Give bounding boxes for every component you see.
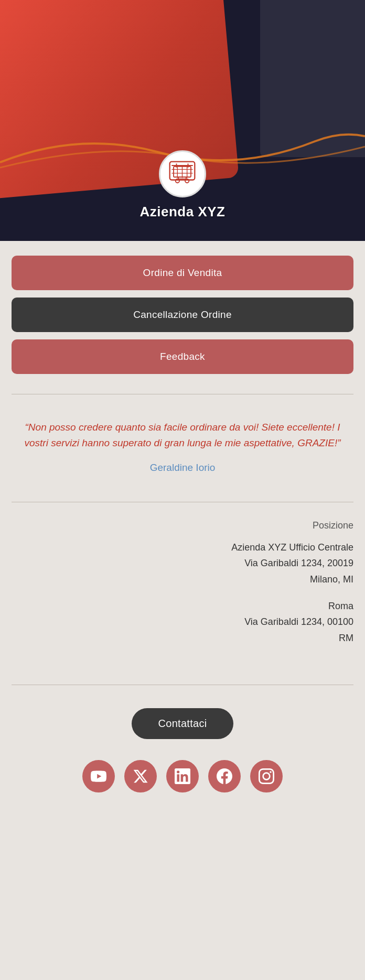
location-2-name: Roma xyxy=(12,598,353,614)
main-content: Ordine di Vendita Cancellazione Ordine F… xyxy=(0,241,365,834)
x-twitter-icon xyxy=(133,768,148,784)
divider-3 xyxy=(12,685,353,685)
youtube-icon xyxy=(91,768,106,784)
location-2-address2: RM xyxy=(12,630,353,646)
testimonial-section: “Non posso credere quanto sia facile ord… xyxy=(12,404,353,489)
feedback-button[interactable]: Feedback xyxy=(12,339,353,374)
location-2: Roma Via Garibaldi 1234, 00100 RM xyxy=(12,598,353,646)
contattaci-button[interactable]: Contattaci xyxy=(132,708,233,739)
contact-section: Contattaci xyxy=(12,698,353,755)
linkedin-icon xyxy=(175,768,190,784)
location-1-address1: Via Garibaldi 1234, 20019 xyxy=(12,555,353,571)
location-1-name: Azienda XYZ Ufficio Centrale xyxy=(12,539,353,556)
cancellazione-ordine-button[interactable]: Cancellazione Ordine xyxy=(12,298,353,332)
ordine-vendita-button[interactable]: Ordine di Vendita xyxy=(12,256,353,290)
location-1-address2: Milano, MI xyxy=(12,571,353,588)
facebook-icon xyxy=(217,768,232,784)
buttons-section: Ordine di Vendita Cancellazione Ordine F… xyxy=(12,241,353,384)
youtube-button[interactable] xyxy=(82,760,115,792)
location-2-address1: Via Garibaldi 1234, 00100 xyxy=(12,614,353,630)
linkedin-button[interactable] xyxy=(166,760,199,792)
instagram-icon xyxy=(259,768,274,784)
hero-title: Azienda XYZ xyxy=(140,204,226,220)
logo-circle xyxy=(159,150,206,197)
testimonial-quote: “Non posso credere quanto sia facile ord… xyxy=(17,420,348,452)
facebook-button[interactable] xyxy=(208,760,241,792)
locations-title: Posizione xyxy=(12,520,353,531)
hero-logo-container: Azienda XYZ xyxy=(140,150,226,220)
divider-1 xyxy=(12,394,353,394)
twitter-button[interactable] xyxy=(124,760,157,792)
social-section xyxy=(12,755,353,813)
divider-2 xyxy=(12,502,353,502)
location-1: Azienda XYZ Ufficio Centrale Via Garibal… xyxy=(12,539,353,588)
testimonial-author: Geraldine Iorio xyxy=(17,462,348,474)
hero-section: Azienda XYZ xyxy=(0,0,365,241)
locations-section: Posizione Azienda XYZ Ufficio Centrale V… xyxy=(12,515,353,673)
instagram-button[interactable] xyxy=(250,760,283,792)
shopping-cart-icon xyxy=(168,160,197,189)
